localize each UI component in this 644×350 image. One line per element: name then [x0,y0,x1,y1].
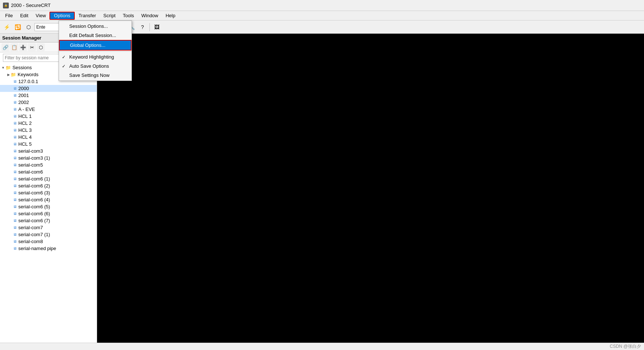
sm-add-btn[interactable]: ➕ [19,43,27,51]
tree-item-serialcom6-7[interactable]: 🖥 serial-com6 (7) [0,217,97,224]
session-icon-aeve: 🖥 [13,107,17,111]
session-label-serialcom7-1: serial-com7 (1) [18,232,50,237]
session-label-2000: 2000 [18,86,29,91]
session-icon-hcl3: 🖥 [13,128,17,132]
tree-item-serialcom6-5[interactable]: 🖥 serial-com6 (5) [0,203,97,210]
session-label-2001: 2001 [18,93,29,98]
edit-default-session-label: Edit Default Session... [69,33,116,38]
tree-item-serialcom6-1[interactable]: 🖥 serial-com6 (1) [0,175,97,182]
tree-item-serialcom6-2[interactable]: 🖥 serial-com6 (2) [0,182,97,189]
tree-item-2000[interactable]: 🖥 2000 [0,85,97,92]
menu-bar: File Edit View Options Transfer Script T… [0,11,644,21]
tree-item-serialcom5[interactable]: 🖥 serial-com5 [0,161,97,168]
menu-global-options[interactable]: Global Options... [59,40,132,51]
keyword-highlighting-check: ✓ [62,55,66,60]
session-label-serialcom6-5: serial-com6 (5) [18,204,50,209]
tree-item-serialcom7-1[interactable]: 🖥 serial-com7 (1) [0,231,97,238]
toolbar-lightning-btn[interactable]: ⚡ [1,22,12,32]
tree-item-serialcom6-4[interactable]: 🖥 serial-com6 (4) [0,196,97,203]
session-label-serialcom6-1: serial-com6 (1) [18,176,50,182]
session-label-hcl4: HCL 4 [18,134,32,140]
session-icon-serialcom6-5: 🖥 [13,205,17,209]
global-options-label: Global Options... [70,42,106,48]
tree-item-hcl3[interactable]: 🖥 HCL 3 [0,127,97,134]
session-label-serialcom8: serial-com8 [18,239,43,244]
session-icon-2002: 🖥 [13,100,17,104]
menu-script[interactable]: Script [100,12,119,20]
toolbar-help-btn[interactable]: ? [137,22,148,32]
session-label-2002: 2002 [18,100,29,105]
tree-item-aeve[interactable]: 🖥 A - EVE [0,106,97,113]
session-icon-serialcom6-4: 🖥 [13,198,17,202]
menu-edit[interactable]: Edit [16,12,32,20]
session-icon-hcl2: 🖥 [13,121,17,125]
session-icon-serialcom6: 🖥 [13,170,17,174]
session-label-127001: 127.0.0.1 [18,79,38,84]
tree-item-serialcom7[interactable]: 🖥 serial-com7 [0,224,97,231]
tree-item-serialcom8[interactable]: 🖥 serial-com8 [0,238,97,245]
session-icon-hcl1: 🖥 [13,114,17,118]
tree-item-serialcom6-6[interactable]: 🖥 serial-com6 (6) [0,210,97,217]
tree-item-hcl2[interactable]: 🖥 HCL 2 [0,120,97,127]
tree-item-2002[interactable]: 🖥 2002 [0,99,97,106]
tree-item-serialnamedpipe[interactable]: 🖥 serial-named pipe [0,245,97,252]
sm-delete-btn[interactable]: ✂ [28,43,36,51]
save-settings-now-label: Save Settings Now [69,72,110,78]
session-label-serialcom6-6: serial-com6 (6) [18,211,50,216]
title-bar: 🔒 2000 - SecureCRT [0,0,644,11]
menu-view[interactable]: View [32,12,49,20]
menu-auto-save-options[interactable]: ✓ Auto Save Options [59,62,132,71]
menu-options[interactable]: Options [49,12,75,20]
session-label-serialcom5: serial-com5 [18,162,43,168]
sm-connect-btn[interactable]: 🔗 [1,43,10,51]
session-label-serialcom6-3: serial-com6 (3) [18,190,50,196]
session-icon-serialcom7: 🖥 [13,226,17,230]
toolbar-reconnect-btn[interactable]: 🔁 [12,22,23,32]
session-label-hcl5: HCL 5 [18,141,32,147]
session-label-serialcom6-2: serial-com6 (2) [18,183,50,189]
toolbar-image-btn[interactable]: 🖼 [152,22,162,32]
keyword-highlighting-label: Keyword Highlighting [69,54,114,60]
session-icon-hcl4: 🖥 [13,135,17,139]
session-icon-serialcom6-1: 🖥 [13,177,17,181]
tree-item-serialcom6[interactable]: 🖥 serial-com6 [0,168,97,175]
tree-item-hcl5[interactable]: 🖥 HCL 5 [0,141,97,148]
session-label-serialcom6-7: serial-com6 (7) [18,218,50,223]
status-bar: CSDN @张白夕 [0,343,644,350]
toolbar-tab-btn[interactable]: ⬡ [23,22,34,32]
session-icon-serialcom6-6: 🖥 [13,212,17,216]
menu-keyword-highlighting[interactable]: ✓ Keyword Highlighting [59,52,132,62]
title-text: 2000 - SecureCRT [11,3,51,8]
session-icon-serialcom6-7: 🖥 [13,219,17,223]
tree-item-serialcom3-1[interactable]: 🖥 serial-com3 (1) [0,154,97,161]
sm-clone-btn[interactable]: ⬡ [37,43,45,51]
tree-item-hcl1[interactable]: 🖥 HCL 1 [0,113,97,120]
tree-item-hcl4[interactable]: 🖥 HCL 4 [0,134,97,141]
menu-tools[interactable]: Tools [119,12,137,20]
menu-transfer[interactable]: Transfer [75,12,100,20]
sm-new-session-btn[interactable]: 📋 [10,43,18,51]
menu-help[interactable]: Help [162,12,179,20]
session-icon-hcl5: 🖥 [13,142,17,146]
tree-item-serialcom6-3[interactable]: 🖥 serial-com6 (3) [0,189,97,196]
menu-window[interactable]: Window [138,12,162,20]
tree-item-serialcom3[interactable]: 🖥 serial-com3 [0,148,97,154]
session-panel-title: Session Manager [2,35,41,41]
session-icon-serialcom6-3: 🖥 [13,191,17,195]
terminal-area[interactable]: ### [97,34,644,343]
menu-save-settings-now[interactable]: Save Settings Now [59,71,132,80]
menu-file[interactable]: File [1,12,16,20]
menu-session-options[interactable]: Session Options... [59,22,132,31]
tree-item-2001[interactable]: 🖥 2001 [0,92,97,99]
auto-save-options-check: ✓ [62,64,66,69]
app-icon: 🔒 [3,3,9,8]
session-icon-serialnamedpipe: 🖥 [13,246,17,250]
toolbar-sep-2 [149,23,150,31]
folder-keywords-icon: 📁 [11,72,16,77]
session-tree: ▼ 📁 Sessions ▶ 📁 Keywords 🖥 127.0.0.1 🖥 … [0,63,97,343]
expand-keywords-icon: ▶ [7,73,10,77]
sessions-label: Sessions [12,65,32,70]
options-menu-separator [59,51,132,52]
menu-edit-default-session[interactable]: Edit Default Session... [59,31,132,40]
session-options-label: Session Options... [69,23,108,29]
